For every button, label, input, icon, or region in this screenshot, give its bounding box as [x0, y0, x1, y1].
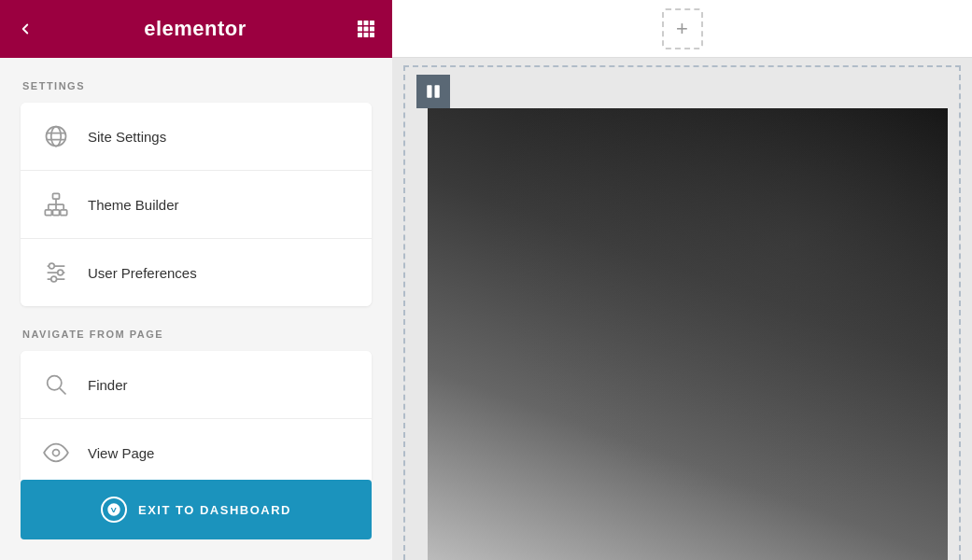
site-settings-item[interactable]: Site Settings: [21, 103, 372, 171]
svg-rect-8: [370, 33, 374, 37]
theme-builder-item[interactable]: Theme Builder: [21, 171, 372, 239]
navigate-section-label: NAVIGATE FROM PAGE: [22, 329, 372, 340]
exit-button-label: EXIT TO DASHBOARD: [138, 503, 291, 517]
settings-section-label: SETTINGS: [22, 80, 372, 91]
site-settings-label: Site Settings: [88, 129, 166, 145]
header: elementor: [0, 0, 392, 58]
svg-point-26: [58, 270, 63, 275]
svg-point-30: [53, 450, 60, 456]
svg-rect-7: [364, 33, 369, 37]
eye-icon: [39, 436, 73, 469]
svg-point-27: [51, 276, 57, 282]
svg-rect-14: [45, 210, 51, 216]
navigate-menu-card: Finder View Page: [21, 351, 372, 480]
left-panel: elementor SETTINGS: [0, 0, 392, 560]
add-section-button[interactable]: +: [662, 8, 703, 49]
plus-icon: +: [676, 17, 688, 41]
globe-icon: [39, 119, 73, 153]
svg-rect-16: [61, 210, 67, 216]
view-page-label: View Page: [88, 445, 154, 461]
back-button[interactable]: [17, 21, 34, 37]
sliders-icon: [39, 256, 73, 289]
app-title: elementor: [144, 17, 247, 41]
wordpress-logo: [101, 497, 127, 523]
grid-icon[interactable]: [357, 20, 375, 38]
svg-line-29: [60, 388, 65, 394]
svg-rect-31: [427, 85, 431, 98]
svg-rect-3: [358, 27, 362, 32]
svg-rect-6: [358, 33, 362, 37]
hierarchy-icon: [39, 188, 73, 221]
column-handle[interactable]: [416, 75, 450, 108]
user-preferences-item[interactable]: User Preferences: [21, 239, 372, 306]
right-panel: +: [392, 0, 972, 560]
svg-point-25: [49, 263, 54, 269]
svg-point-28: [48, 376, 62, 390]
panel-content: SETTINGS Site Settings: [0, 58, 392, 480]
svg-rect-13: [53, 193, 60, 199]
svg-rect-0: [358, 21, 362, 25]
view-page-item[interactable]: View Page: [21, 419, 372, 480]
finder-label: Finder: [88, 377, 128, 393]
theme-builder-label: Theme Builder: [88, 197, 179, 213]
svg-rect-5: [370, 27, 374, 32]
canvas-image: [428, 108, 948, 560]
settings-menu-card: Site Settings: [21, 103, 372, 306]
canvas-border: [403, 65, 961, 560]
finder-item[interactable]: Finder: [21, 351, 372, 419]
svg-point-9: [47, 127, 66, 147]
svg-point-10: [51, 127, 62, 147]
add-bar: +: [392, 0, 972, 58]
user-preferences-label: User Preferences: [88, 265, 197, 281]
svg-rect-1: [364, 21, 369, 25]
svg-rect-2: [370, 21, 374, 25]
svg-rect-15: [53, 210, 60, 216]
svg-rect-32: [435, 85, 440, 98]
canvas-area: [392, 58, 972, 560]
search-icon: [39, 368, 73, 401]
svg-rect-4: [364, 27, 369, 32]
exit-to-dashboard-button[interactable]: EXIT TO DASHBOARD: [21, 480, 372, 539]
